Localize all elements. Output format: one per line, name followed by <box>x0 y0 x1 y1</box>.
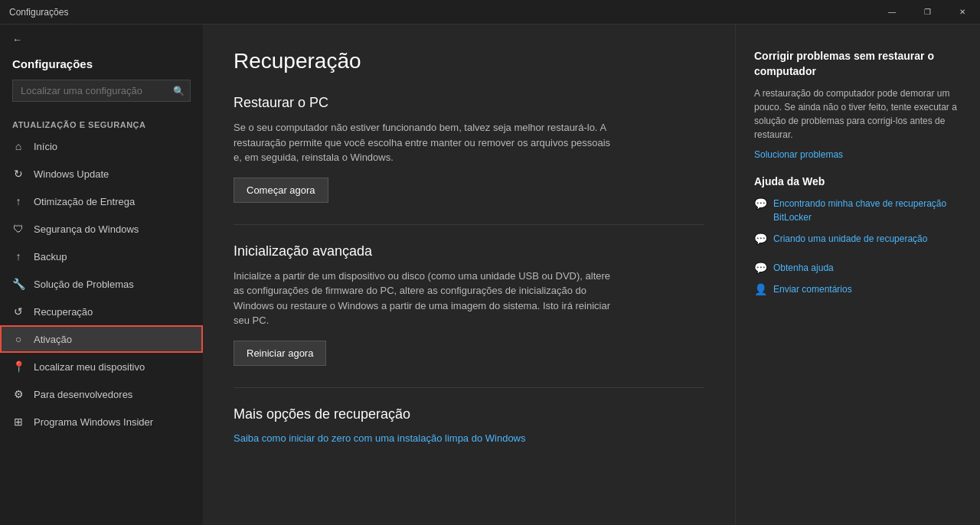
right-panel-main-title: Corrigir problemas sem restaurar o compu… <box>754 49 962 79</box>
bitlocker-icon: 💬 <box>754 197 767 210</box>
developer-icon: ⚙ <box>12 388 24 400</box>
minimize-button[interactable]: — <box>874 0 910 24</box>
help-section: 💬 Obtenha ajuda 👤 Enviar comentários <box>754 261 962 296</box>
sidebar-item-seguranca[interactable]: 🛡 Segurança do Windows <box>0 215 203 243</box>
restore-section-title: Restaurar o PC <box>234 95 704 111</box>
obtenha-ajuda-link[interactable]: Obtenha ajuda <box>773 261 834 275</box>
recovery-icon: ↺ <box>12 305 24 318</box>
titlebar: Configurações — ❐ ✕ <box>0 0 980 24</box>
find-device-icon: 📍 <box>12 360 24 373</box>
right-panel: Corrigir problemas sem restaurar o compu… <box>735 24 980 525</box>
clean-install-link[interactable]: Saiba como iniciar do zero com uma insta… <box>234 432 526 444</box>
restore-section-description: Se o seu computador não estiver funciona… <box>234 120 616 165</box>
sidebar: ← Configurações 🔍 Atualização e Seguranç… <box>0 24 203 525</box>
recovery-drive-link-item[interactable]: 💬 Criando uma unidade de recuperação <box>754 232 962 246</box>
divider2 <box>234 387 704 388</box>
insider-icon: ⊞ <box>12 416 24 428</box>
sidebar-item-label: Programa Windows Insider <box>34 416 153 428</box>
sidebar-item-label: Localizar meu dispositivo <box>34 361 145 373</box>
restore-button[interactable]: ❐ <box>910 0 945 24</box>
shield-icon: 🛡 <box>12 223 24 235</box>
sidebar-item-windows-update[interactable]: ↻ Windows Update <box>0 160 203 188</box>
sidebar-item-label: Ativação <box>34 334 72 345</box>
bitlocker-link-item[interactable]: 💬 Encontrando minha chave de recuperação… <box>754 197 962 224</box>
close-button[interactable]: ✕ <box>945 0 980 24</box>
more-options-title: Mais opções de recuperação <box>234 406 704 422</box>
comecar-agora-button[interactable]: Começar agora <box>234 178 328 203</box>
sidebar-item-label: Solução de Problemas <box>34 279 134 290</box>
sidebar-item-ativacao[interactable]: ○ Ativação <box>0 325 203 353</box>
section-label: Atualização e Segurança <box>0 114 203 132</box>
bitlocker-link[interactable]: Encontrando minha chave de recuperação B… <box>773 197 962 224</box>
sidebar-item-backup[interactable]: ↑ Backup <box>0 243 203 270</box>
right-panel-description: A restauração do computador pode demorar… <box>754 86 962 142</box>
sidebar-item-otimizacao[interactable]: ↑ Otimização de Entrega <box>0 188 203 215</box>
advanced-startup-title: Inicialização avançada <box>234 243 704 259</box>
troubleshoot-icon: 🔧 <box>12 278 24 290</box>
home-icon: ⌂ <box>12 140 24 152</box>
back-button[interactable]: ← <box>0 24 203 54</box>
sidebar-item-label: Para desenvolvedores <box>34 389 132 400</box>
app-title: Configurações <box>0 54 203 80</box>
titlebar-title: Configurações <box>9 7 68 18</box>
enviar-comentarios-item[interactable]: 👤 Enviar comentários <box>754 282 962 296</box>
update-icon: ↻ <box>12 168 24 180</box>
backup-icon: ↑ <box>12 250 24 262</box>
reiniciar-agora-button[interactable]: Reiniciar agora <box>234 341 326 366</box>
divider1 <box>234 224 704 225</box>
recovery-drive-link[interactable]: Criando uma unidade de recuperação <box>773 232 927 246</box>
search-input[interactable] <box>12 80 191 102</box>
feedback-icon: 👤 <box>754 283 767 295</box>
sidebar-item-insider[interactable]: ⊞ Programa Windows Insider <box>0 408 203 435</box>
sidebar-item-recuperacao[interactable]: ↺ Recuperação <box>0 298 203 325</box>
sidebar-item-label: Recuperação <box>34 306 93 318</box>
sidebar-item-label: Segurança do Windows <box>34 223 139 235</box>
titlebar-controls: — ❐ ✕ <box>874 0 980 24</box>
recovery-drive-icon: 💬 <box>754 233 767 245</box>
main-content: Recuperação Restaurar o PC Se o seu comp… <box>203 24 735 525</box>
app-container: ← Configurações 🔍 Atualização e Seguranç… <box>0 24 980 525</box>
sidebar-item-label: Backup <box>34 251 67 262</box>
obtenha-ajuda-item[interactable]: 💬 Obtenha ajuda <box>754 261 962 275</box>
sidebar-item-label: Windows Update <box>34 168 109 180</box>
sidebar-item-inicio[interactable]: ⌂ Início <box>0 132 203 160</box>
search-box: 🔍 <box>12 80 191 102</box>
help-icon: 💬 <box>754 262 767 274</box>
sidebar-item-solucao[interactable]: 🔧 Solução de Problemas <box>0 270 203 298</box>
solucionar-link[interactable]: Solucionar problemas <box>754 149 962 160</box>
sidebar-item-label: Início <box>34 141 57 152</box>
sidebar-item-label: Otimização de Entrega <box>34 196 135 207</box>
advanced-startup-description: Inicialize a partir de um dispositivo ou… <box>234 269 616 328</box>
sidebar-item-desenvolvedores[interactable]: ⚙ Para desenvolvedores <box>0 380 203 408</box>
enviar-comentarios-link[interactable]: Enviar comentários <box>773 282 852 296</box>
page-title: Recuperação <box>234 49 704 73</box>
sidebar-item-localizar[interactable]: 📍 Localizar meu dispositivo <box>0 353 203 380</box>
delivery-icon: ↑ <box>12 195 24 207</box>
back-icon: ← <box>12 34 22 45</box>
search-icon: 🔍 <box>173 86 185 96</box>
web-help-title: Ajuda da Web <box>754 175 962 188</box>
activation-icon: ○ <box>12 333 24 345</box>
